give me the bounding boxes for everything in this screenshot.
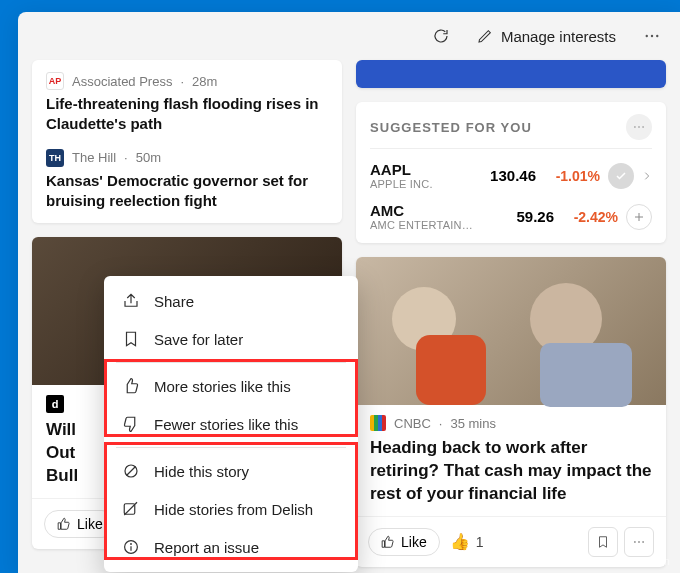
dot: · (124, 150, 128, 165)
timestamp: 35 mins (450, 416, 496, 431)
blue-banner[interactable] (356, 60, 666, 88)
menu-fewer-like-this[interactable]: Fewer stories like this (104, 405, 358, 443)
svg-point-2 (656, 35, 658, 37)
news-panel: Manage interests AP Associated Press · 2… (18, 12, 680, 573)
watch-add-button[interactable] (626, 204, 652, 230)
thumb-up-icon (381, 535, 395, 549)
svg-point-7 (638, 126, 640, 128)
reaction-count[interactable]: 👍 1 (450, 532, 484, 551)
manage-interests-label: Manage interests (501, 28, 616, 45)
more-icon (643, 27, 661, 45)
menu-label: More stories like this (154, 378, 291, 395)
card-more-button[interactable] (624, 527, 654, 557)
thumb-down-icon (122, 415, 140, 433)
chevron-right-icon (642, 171, 652, 181)
stock-price: 130.46 (476, 167, 536, 184)
news-item[interactable]: AP Associated Press · 28m Life-threateni… (46, 72, 328, 135)
source-name: Associated Press (72, 74, 172, 89)
mute-source-icon (122, 500, 140, 518)
stock-change: -1.01% (544, 168, 600, 184)
stock-company: AMC ENTERTAIN… (370, 219, 486, 231)
source-badge-ap: AP (46, 72, 64, 90)
menu-label: Fewer stories like this (154, 416, 298, 433)
menu-hide-source[interactable]: Hide stories from Delish (104, 490, 358, 528)
more-button[interactable] (634, 18, 670, 54)
menu-label: Hide stories from Delish (154, 501, 313, 518)
svg-point-11 (642, 541, 644, 543)
stock-price: 59.26 (494, 208, 554, 225)
timestamp: 28m (192, 74, 217, 89)
headline: Life-threatening flash flooding rises in… (46, 94, 328, 135)
stock-change: -2.42% (562, 209, 618, 225)
more-icon (632, 120, 646, 134)
stock-row[interactable]: AMC AMC ENTERTAIN… 59.26 -2.42% (370, 196, 652, 237)
stock-row[interactable]: AAPL APPLE INC. 130.46 -1.01% (370, 155, 652, 196)
bookmark-icon (596, 535, 610, 549)
timestamp: 50m (136, 150, 161, 165)
svg-point-1 (651, 35, 653, 37)
check-icon (615, 170, 627, 182)
svg-point-9 (634, 541, 636, 543)
menu-share[interactable]: Share (104, 282, 358, 320)
menu-label: Report an issue (154, 539, 259, 556)
menu-label: Share (154, 293, 194, 310)
source-badge-cnbc (370, 415, 386, 431)
svg-point-15 (130, 543, 132, 545)
watermark: wsxdn.com (615, 555, 670, 567)
share-icon (122, 292, 140, 310)
like-label: Like (77, 516, 103, 532)
headline: Kansas' Democratic governor set for brui… (46, 171, 328, 212)
suggested-more-button[interactable] (626, 114, 652, 140)
menu-report-issue[interactable]: Report an issue (104, 528, 358, 566)
dot: · (439, 416, 443, 431)
menu-hide-story[interactable]: Hide this story (104, 452, 358, 490)
thumb-emoji-icon: 👍 (450, 532, 470, 551)
suggested-heading: SUGGESTED FOR YOU (370, 120, 532, 135)
more-icon (632, 535, 646, 549)
source-badge-delish: d (46, 395, 64, 413)
plus-icon (633, 211, 645, 223)
svg-point-6 (634, 126, 636, 128)
svg-point-10 (638, 541, 640, 543)
menu-more-like-this[interactable]: More stories like this (104, 367, 358, 405)
save-button[interactable] (588, 527, 618, 557)
bookmark-icon (122, 330, 140, 348)
suggested-card: SUGGESTED FOR YOU AAPL APPLE INC. 130.46… (356, 102, 666, 243)
story-thumbnail (356, 257, 666, 405)
story-card-right[interactable]: CNBC · 35 mins Heading back to work afte… (356, 257, 666, 567)
thumb-up-icon (57, 517, 71, 531)
source-badge-thehill: TH (46, 149, 64, 167)
watch-check-button[interactable] (608, 163, 634, 189)
menu-label: Save for later (154, 331, 243, 348)
like-button[interactable]: Like (368, 528, 440, 556)
menu-save-later[interactable]: Save for later (104, 320, 358, 358)
stock-symbol: AAPL (370, 161, 468, 178)
like-label: Like (401, 534, 427, 550)
stock-symbol: AMC (370, 202, 486, 219)
toolbar: Manage interests (18, 12, 680, 60)
news-item[interactable]: TH The Hill · 50m Kansas' Democratic gov… (46, 149, 328, 212)
pencil-icon (477, 28, 493, 44)
dot: · (180, 74, 184, 89)
stock-company: APPLE INC. (370, 178, 468, 190)
info-icon (122, 538, 140, 556)
headlines-card: AP Associated Press · 28m Life-threateni… (32, 60, 342, 223)
svg-point-0 (646, 35, 648, 37)
menu-separator (116, 362, 346, 363)
thumb-up-icon (122, 377, 140, 395)
source-name: The Hill (72, 150, 116, 165)
story-title: Heading back to work after retiring? Tha… (370, 437, 652, 506)
source-name: CNBC (394, 416, 431, 431)
refresh-button[interactable] (423, 18, 459, 54)
context-menu: Share Save for later More stories like t… (104, 276, 358, 572)
menu-label: Hide this story (154, 463, 249, 480)
refresh-icon (432, 27, 450, 45)
block-icon (122, 462, 140, 480)
manage-interests-button[interactable]: Manage interests (467, 22, 626, 51)
menu-separator (116, 447, 346, 448)
svg-point-8 (642, 126, 644, 128)
